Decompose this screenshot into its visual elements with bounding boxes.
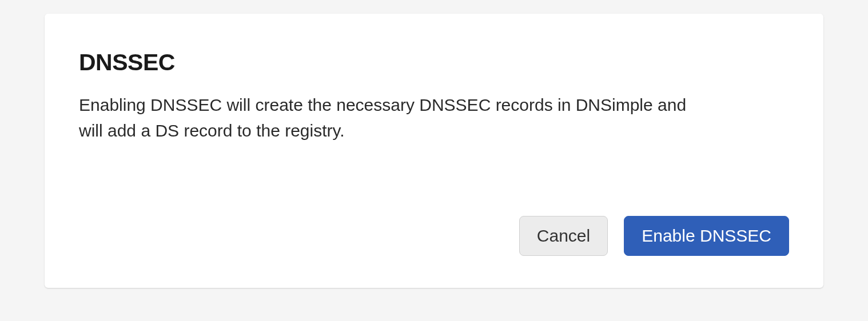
cancel-button[interactable]: Cancel	[519, 216, 608, 256]
dialog-description: Enabling DNSSEC will create the necessar…	[79, 92, 696, 143]
enable-dnssec-button[interactable]: Enable DNSSEC	[624, 216, 789, 256]
dialog-title: DNSSEC	[79, 49, 789, 76]
dnssec-dialog: DNSSEC Enabling DNSSEC will create the n…	[45, 14, 823, 288]
dialog-button-row: Cancel Enable DNSSEC	[79, 216, 789, 256]
